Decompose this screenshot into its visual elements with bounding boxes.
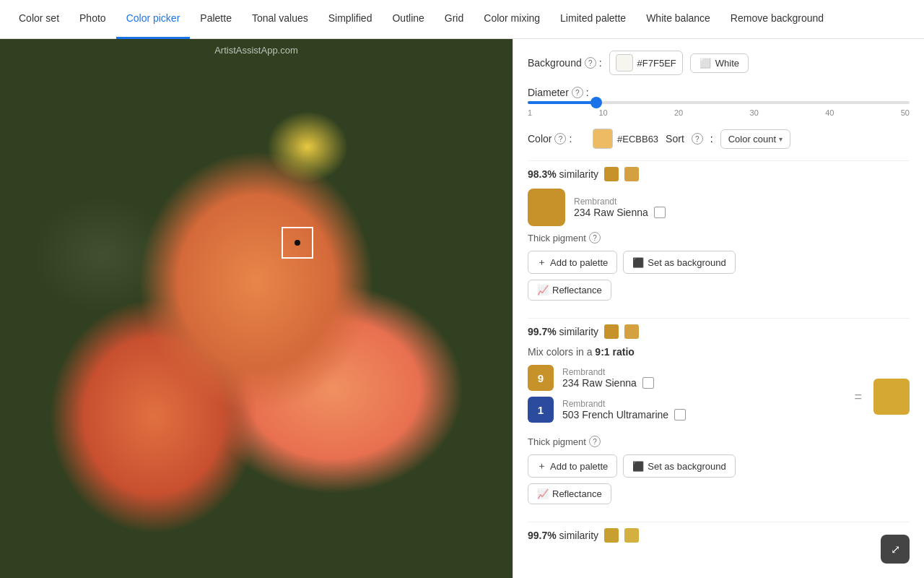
similarity-row-1: 98.3% similarity [528,167,910,181]
image-panel[interactable]: ArtistAssistApp.com [0,39,513,578]
result-card-2: 99.7% similarity Mix colors in a 9:1 rat… [528,324,910,504]
mini-swatch-2b [624,324,639,339]
thick-pigment-2: Thick pigment ? [528,436,910,447]
paint-checkbox-1[interactable] [654,207,666,218]
color-label: Color ? : [528,133,585,144]
thick-pigment-help-1[interactable]: ? [589,232,601,243]
sort-dropdown[interactable]: Color count ▾ [720,129,790,149]
reflectance-btn-1[interactable]: 📈 Reflectance [528,280,611,301]
divider-3 [528,522,910,522]
nav-item-color-picker[interactable]: Color picker [116,0,191,39]
thick-pigment-help-2[interactable]: ? [589,436,601,447]
similarity-row-3: 99.7% similarity [528,528,910,543]
equals-sign: = [854,389,862,405]
action-row-2b: 📈 Reflectance [528,483,910,504]
nav-item-tonal-values[interactable]: Tonal values [242,0,318,39]
divider-2 [528,318,910,319]
similarity-text-2: 99.7% similarity [528,326,598,337]
paint-checkbox-2a[interactable] [642,377,654,389]
chart-icon-2: 📈 [537,488,549,499]
paint-row-2a: 9 Rembrandt 234 Raw Sienna [528,365,842,391]
nav-item-grid[interactable]: Grid [435,0,474,39]
mix-row-2: 9 Rembrandt 234 Raw Sienna 1 [528,365,910,428]
background-label: Background ? : [528,57,602,69]
result-card-3: 99.7% similarity [528,528,910,543]
background-color-display[interactable]: #F7F5EF [609,51,683,75]
white-icon: ⬜ [699,58,711,69]
background-help-icon[interactable]: ? [585,57,596,69]
crosshair-dot [295,240,300,246]
action-row-1: ＋ Add to palette ⬛ Set as background [528,251,910,274]
diameter-slider[interactable] [528,101,910,104]
nav-item-photo[interactable]: Photo [69,0,116,39]
slider-labels: 1 10 20 30 40 50 [528,108,910,117]
nav-item-palette[interactable]: Palette [190,0,242,39]
similarity-text-1: 98.3% similarity [528,168,598,180]
paint-info-2b: Rembrandt 503 French Ultramarine [562,399,842,420]
nav-item-simplified[interactable]: Simplified [318,0,383,39]
nav-item-outline[interactable]: Outline [382,0,434,39]
fullscreen-button[interactable]: ⤢ [881,535,910,564]
nav-item-color-set[interactable]: Color set [9,0,69,39]
color-hex: #ECBB63 [617,134,658,144]
plus-icon: ＋ [537,256,546,269]
result-card-1: 98.3% similarity Rembrandt 234 Raw Sienn… [528,167,910,301]
color-help-icon[interactable]: ? [554,133,566,144]
background-control-row: Background ? : #F7F5EF ⬜ White [528,51,910,75]
background-hex: #F7F5EF [637,58,676,69]
chevron-down-icon: ▾ [779,135,783,143]
chart-icon-1: 📈 [537,285,549,296]
sort-label: Sort [666,133,684,144]
plus-icon-2: ＋ [537,460,546,473]
color-swatch [593,129,613,149]
diameter-control-row: Diameter ? : 1 10 20 30 40 50 [528,87,910,117]
paint-row-1: Rembrandt 234 Raw Sienna [528,189,910,226]
nav-item-remove-background[interactable]: Remove background [720,0,834,39]
background-swatch [616,54,633,72]
background-icon-2: ⬛ [632,461,644,472]
action-row-2: ＋ Add to palette ⬛ Set as background [528,454,910,478]
paint-row-2b: 1 Rembrandt 503 French Ultramarine [528,397,842,423]
paint-info-2a: Rembrandt 234 Raw Sienna [562,367,842,389]
similarity-row-2: 99.7% similarity [528,324,910,339]
mini-swatch-3b [624,528,639,543]
nav-bar: Color setPhotoColor pickerPaletteTonal v… [0,0,924,39]
action-row-1b: 📈 Reflectance [528,280,910,301]
mini-swatch-3a [604,528,619,543]
mini-swatch-2a [604,324,619,339]
sort-help-icon[interactable]: ? [692,133,703,144]
color-sort-row: Color ? : #ECBB63 Sort ? : Color count ▾ [528,129,910,149]
set-as-background-btn-2[interactable]: ⬛ Set as background [623,454,735,478]
background-icon-1: ⬛ [632,257,644,268]
color-display[interactable]: #ECBB63 [593,129,658,149]
white-button[interactable]: ⬜ White [690,53,749,73]
reflectance-btn-2[interactable]: 📈 Reflectance [528,483,611,504]
paint-info-1: Rembrandt 234 Raw Sienna [574,197,910,218]
diameter-label: Diameter ? : [528,87,589,98]
main-layout: ArtistAssistApp.com Background ? : #F7F5… [0,39,924,578]
divider-1 [528,160,910,161]
mix-label-2: Mix colors in a 9:1 ratio [528,346,910,358]
paint-badge-2b: 1 [528,397,554,423]
color-picker-crosshair[interactable] [282,227,313,259]
nav-item-white-balance[interactable]: White balance [636,0,720,39]
slider-thumb[interactable] [590,97,602,108]
paint-badge-2a: 9 [528,365,554,391]
paint-checkbox-2b[interactable] [674,409,686,420]
mini-swatch-1b [624,167,639,181]
set-as-background-btn-1[interactable]: ⬛ Set as background [623,251,735,274]
mini-swatch-1a [604,167,619,181]
paint-badge-1 [528,189,565,226]
thick-pigment-1: Thick pigment ? [528,232,910,243]
nav-item-color-mixing[interactable]: Color mixing [474,0,550,39]
similarity-text-3: 99.7% similarity [528,530,598,541]
right-panel: Background ? : #F7F5EF ⬜ White Diameter … [513,39,924,578]
result-swatch-2 [873,379,910,415]
slider-fill [528,101,596,104]
diameter-help-icon[interactable]: ? [572,87,583,98]
fullscreen-icon: ⤢ [891,543,900,556]
flower-image[interactable] [0,39,513,578]
nav-item-limited-palette[interactable]: Limited palette [550,0,636,39]
add-to-palette-btn-2[interactable]: ＋ Add to palette [528,454,617,478]
add-to-palette-btn-1[interactable]: ＋ Add to palette [528,251,617,274]
